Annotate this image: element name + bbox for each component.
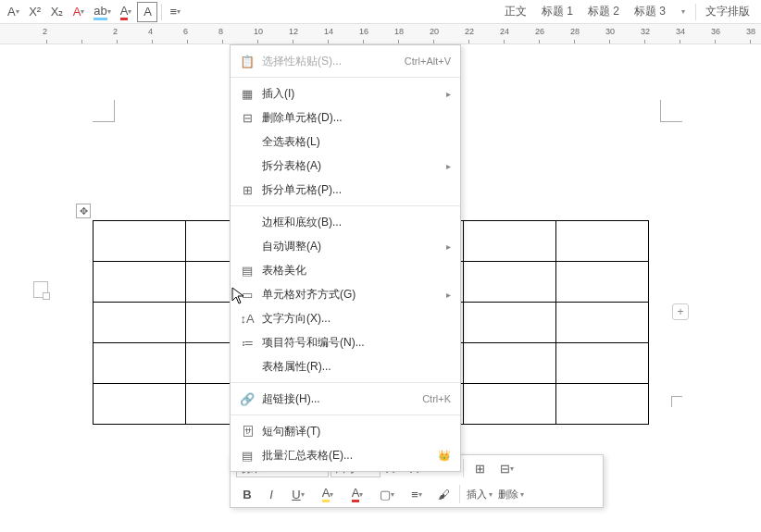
menu-translate[interactable]: 🈂 短句翻译(T) [231,419,460,443]
menu-paste-special[interactable]: 📋 选择性粘贴(S)... Ctrl+Alt+V [231,49,460,73]
format-painter-button[interactable]: 🖌 [432,484,455,504]
delete-group[interactable]: 删除▾ [496,488,526,501]
menu-separator [231,382,460,383]
bold-button[interactable]: B [236,484,258,504]
menu-label: 边框和底纹(B)... [256,215,451,230]
menu-separator [231,205,460,206]
menu-separator [231,77,460,78]
batch-icon: ▤ [238,449,256,463]
align-mini-button[interactable]: ≡▾ [403,484,430,504]
beautify-icon: ▤ [238,264,256,278]
separator [463,459,464,477]
menu-label: 插入(I) [256,86,441,102]
menu-autofit[interactable]: 自动调整(A) ▸ [231,234,460,258]
font-color-mini-button[interactable]: A▾ [343,484,371,504]
subscript-button[interactable]: X₂ [47,2,68,22]
insert-group[interactable]: 插入▾ [465,488,494,501]
underline-button[interactable]: U▾ [284,484,312,504]
horizontal-ruler[interactable]: 2246810121416182022242628303234363840 [0,24,761,44]
menu-shortcut: Ctrl+Alt+V [405,56,451,67]
menu-delete-cells[interactable]: ⊟ 删除单元格(D)... [231,105,460,130]
split-cells-button[interactable]: ⊟▾ [493,458,520,478]
menu-select-table[interactable]: 全选表格(L) [231,130,460,154]
separator [459,485,460,503]
context-menu: 📋 选择性粘贴(S)... Ctrl+Alt+V ▦ 插入(I) ▸ ⊟ 删除单… [230,44,461,472]
submenu-arrow-icon: ▸ [441,290,451,300]
menu-borders[interactable]: 边框和底纹(B)... [231,210,460,234]
menu-beautify[interactable]: ▤ 表格美化 [231,258,460,282]
crown-icon: 👑 [438,450,451,462]
link-icon: 🔗 [238,392,256,406]
menu-label: 文字方向(X)... [256,311,451,327]
add-row-button[interactable]: + [672,303,689,320]
menu-split-table[interactable]: 拆分表格(A) ▸ [231,154,460,178]
menu-label: 选择性粘贴(S)... [256,54,405,69]
char-border-button[interactable]: A [137,2,157,22]
menu-label: 批量汇总表格(E)... [256,448,434,464]
menu-bullets[interactable]: ≔ 项目符号和编号(N)... [231,330,460,354]
submenu-arrow-icon: ▸ [441,89,451,99]
translate-icon: 🈂 [238,425,256,439]
style-body[interactable]: 正文 [497,2,534,21]
menu-label: 短句翻译(T) [256,424,451,439]
font-effect-a1[interactable]: A▾ [69,2,89,22]
menu-table-props[interactable]: 表格属性(R)... [231,354,460,378]
page-icon[interactable] [33,281,48,298]
style-more[interactable]: ▾ [673,2,693,22]
separator [161,4,162,20]
menu-label: 拆分表格(A) [256,158,441,174]
style-h1[interactable]: 标题 1 [534,2,580,21]
style-h3[interactable]: 标题 3 [627,2,673,21]
menu-label: 删除单元格(D)... [256,110,451,126]
text-direction-icon: ↕A [238,312,256,326]
menu-label: 超链接(H)... [256,391,422,407]
menu-text-direction[interactable]: ↕A 文字方向(X)... [231,306,460,330]
superscript-button[interactable]: X² [25,2,45,22]
document-area[interactable]: ✥ + 📋 选择性粘贴(S)... Ctrl+Alt+V ▦ 插入(I) ▸ ⊟… [0,44,761,479]
menu-split-cells[interactable]: ⊞ 拆分单元格(P)... [231,178,460,202]
menu-label: 拆分单元格(P)... [256,182,451,198]
menu-label: 全选表格(L) [256,134,451,150]
split-cells-icon: ⊞ [238,183,256,197]
menu-shortcut: Ctrl+K [422,393,451,404]
menu-label: 表格美化 [256,263,451,278]
paste-icon: 📋 [238,55,256,68]
align-dropdown[interactable]: ≡▾ [166,2,184,22]
menu-label: 表格属性(R)... [256,359,451,375]
menu-label: 自动调整(A) [256,239,441,254]
table-move-handle[interactable]: ✥ [76,204,91,218]
margin-corner-tr [660,100,682,122]
border-mini-button[interactable]: ▢▾ [373,484,401,504]
menu-hyperlink[interactable]: 🔗 超链接(H)... Ctrl+K [231,387,460,411]
menu-separator [231,414,460,415]
delete-cells-icon: ⊟ [238,111,256,125]
submenu-arrow-icon: ▸ [441,241,451,252]
menu-insert[interactable]: ▦ 插入(I) ▸ [231,81,460,105]
align-icon: ▭ [238,288,256,302]
text-layout[interactable]: 文字排版 [698,2,757,21]
bullets-icon: ≔ [238,336,256,350]
insert-table-icon: ▦ [238,87,256,101]
merge-cells-button[interactable]: ⊞ [468,458,491,478]
font-color-button[interactable]: A▾ [117,2,136,22]
margin-corner-br [671,396,682,407]
menu-batch-table[interactable]: ▤ 批量汇总表格(E)... 👑 [231,443,460,467]
highlight-button[interactable]: ab▾ [90,2,114,22]
font-dropdown[interactable]: A▾ [4,2,23,22]
menu-label: 项目符号和编号(N)... [256,335,451,351]
italic-button[interactable]: I [260,484,282,504]
menu-label: 单元格对齐方式(G) [256,287,441,303]
style-h2[interactable]: 标题 2 [580,2,627,21]
submenu-arrow-icon: ▸ [441,161,451,171]
menu-align[interactable]: ▭ 单元格对齐方式(G) ▸ [231,282,460,306]
separator [695,4,696,20]
highlight-mini-button[interactable]: A▾ [314,484,342,504]
margin-corner-tl [93,100,115,122]
